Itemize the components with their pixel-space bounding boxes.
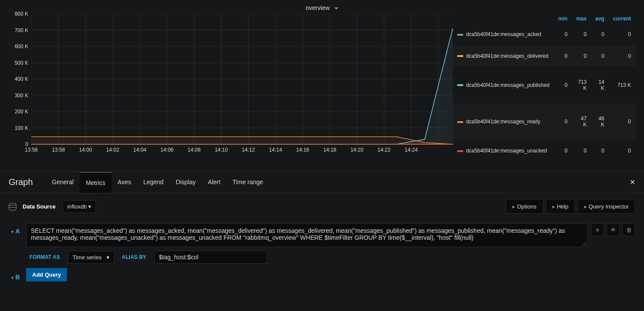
query-right-buttons: Options Help Query Inspector [503, 199, 635, 214]
panel-title[interactable]: overview [9, 4, 635, 11]
x-tick: 14:24 [405, 147, 418, 171]
editor-tabs: Graph GeneralMetricsAxesLegendDisplayAle… [0, 172, 644, 193]
x-tick: 14:18 [323, 147, 336, 171]
datasource-label: Data Source [23, 203, 56, 210]
format-as-label: FORMAT AS [26, 251, 63, 263]
resize-handle-icon[interactable] [582, 242, 586, 246]
tab-display[interactable]: Display [169, 172, 202, 193]
query-inspector-button[interactable]: Query Inspector [578, 199, 635, 214]
query-toggle-a[interactable]: ▾A [9, 223, 23, 247]
legend-row[interactable]: dca5b40f41de:messages_published0713 K14 … [453, 66, 635, 103]
chevron-down-icon: ▾ [88, 203, 91, 210]
tab-alert[interactable]: Alert [202, 172, 226, 193]
query-toggle-b[interactable]: ▾B [9, 269, 23, 281]
panel-title-text: overview [305, 4, 329, 11]
tab-legend[interactable]: Legend [137, 172, 170, 193]
legend-table: minmaxavgcurrent dca5b40f41de:messages_a… [453, 14, 635, 162]
graph-area: 0100 K200 K300 K400 K500 K600 K700 K800 … [9, 14, 635, 162]
x-tick: 13:58 [52, 147, 65, 171]
x-tick: 14:08 [188, 147, 201, 171]
sql-textarea[interactable]: SELECT mean("messages_acked") as message… [26, 223, 588, 247]
legend-row[interactable]: dca5b40f41de:messages_unacked0000 [453, 140, 635, 162]
legend-col[interactable]: max [572, 14, 591, 23]
chevron-down-icon: ▾ [106, 254, 110, 261]
tab-general[interactable]: General [46, 172, 80, 193]
legend-col[interactable]: avg [591, 14, 609, 23]
x-tick: 14:12 [242, 147, 255, 171]
options-button[interactable]: Options [506, 199, 543, 214]
legend-row[interactable]: dca5b40f41de:messages_delivered0000 [453, 45, 635, 67]
x-tick: 14:14 [269, 147, 282, 171]
tab-axes[interactable]: Axes [112, 172, 137, 193]
tab-time-range[interactable]: Time range [226, 172, 269, 193]
x-tick: 14:22 [378, 147, 391, 171]
query-row-a: ▾A SELECT mean("messages_acked") as mess… [0, 220, 644, 247]
chart[interactable]: 0100 K200 K300 K400 K500 K600 K700 K800 … [9, 14, 444, 162]
query-side-buttons: ≡ 👁 🗑 [591, 223, 635, 247]
x-tick: 14:20 [350, 147, 363, 171]
format-row: FORMAT AS Time series ▾ ALIAS BY [0, 247, 644, 264]
x-tick: 14:16 [296, 147, 309, 171]
datasource-row: Data Source influxdb ▾ Options Help Quer… [0, 193, 644, 220]
tab-metrics[interactable]: Metrics [80, 172, 111, 193]
y-tick: 800 K [9, 11, 28, 17]
datasource-select[interactable]: influxdb ▾ [63, 200, 96, 213]
eye-icon[interactable]: 👁 [607, 223, 620, 236]
y-tick: 500 K [9, 60, 28, 66]
alias-by-label: ALIAS BY [119, 251, 150, 263]
chevron-down-icon: ▾ [11, 275, 13, 280]
y-tick: 0 [9, 141, 28, 147]
x-tick: 13:56 [25, 147, 38, 171]
chevron-down-icon [334, 7, 339, 10]
help-button[interactable]: Help [546, 199, 575, 214]
trash-icon[interactable]: 🗑 [622, 223, 635, 236]
y-tick: 300 K [9, 93, 28, 99]
database-icon [9, 203, 17, 211]
y-tick: 200 K [9, 109, 28, 115]
y-tick: 400 K [9, 76, 28, 82]
panel: overview 0100 K200 K300 K400 K500 K600 K… [0, 0, 644, 172]
query-row-b: ▾B Add Query [0, 264, 644, 281]
legend-col[interactable]: min [554, 14, 572, 23]
x-tick: 14:02 [106, 147, 119, 171]
x-tick: 14:04 [133, 147, 146, 171]
series-line [31, 28, 453, 144]
add-query-button[interactable]: Add Query [26, 268, 67, 281]
legend-row[interactable]: dca5b40f41de:messages_acked0000 [453, 23, 635, 45]
x-tick: 14:06 [160, 147, 173, 171]
legend-row[interactable]: dca5b40f41de:messages_ready047 K46 K0 [453, 103, 635, 140]
editor-title: Graph [9, 177, 33, 187]
menu-icon[interactable]: ≡ [591, 223, 604, 236]
legend-col[interactable] [453, 14, 554, 23]
plot-svg [31, 14, 453, 149]
close-icon[interactable]: ✕ [630, 178, 635, 186]
y-tick: 700 K [9, 27, 28, 33]
chevron-down-icon: ▾ [11, 229, 13, 234]
y-tick: 600 K [9, 43, 28, 50]
legend-col[interactable]: current [609, 14, 635, 23]
y-tick: 100 K [9, 125, 28, 131]
x-tick: 14:00 [79, 147, 92, 171]
x-tick: 14:10 [215, 147, 228, 171]
format-as-select[interactable]: Time series ▾ [68, 251, 114, 264]
alias-by-input[interactable] [154, 251, 267, 264]
